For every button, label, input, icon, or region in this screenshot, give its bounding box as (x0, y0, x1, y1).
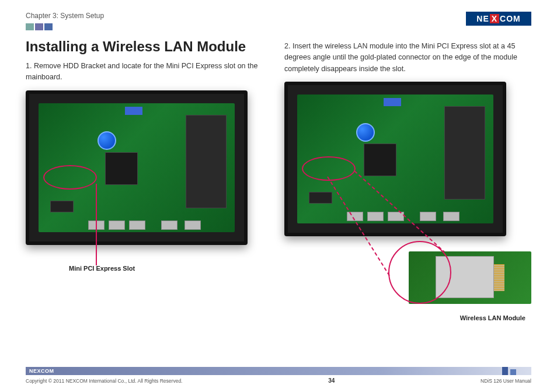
figure-right (284, 82, 531, 236)
cmos-battery (356, 123, 375, 142)
small-chip (50, 201, 74, 212)
port (420, 212, 436, 221)
port (443, 212, 459, 221)
pcb (39, 103, 235, 232)
callout-circle-module (388, 241, 451, 304)
page-footer: NEXCOM Copyright © 2011 NEXCOM Internati… (26, 367, 531, 384)
mainboard-photo-right (284, 82, 506, 236)
copyright-text: Copyright © 2011 NEXCOM International Co… (26, 378, 182, 384)
port (129, 220, 145, 230)
footer-logo: NEXCOM (29, 368, 54, 374)
cpu-chip (105, 152, 138, 185)
callout-circle-slot (43, 165, 97, 190)
nexcom-logo: NEXCOM (466, 12, 531, 26)
wlan-module-figure (284, 241, 531, 311)
step-2-number: 2. (284, 42, 293, 50)
logo-text-post: COM (500, 14, 521, 23)
port (161, 220, 177, 230)
caption-right: Wireless LAN Module (284, 314, 525, 321)
callout-line (96, 184, 97, 265)
logo-text-pre: NE (476, 14, 489, 23)
figure-left (26, 90, 273, 245)
page-title: Installing a Wireless LAN Module (26, 38, 273, 55)
caption-left: Mini PCI Express Slot (69, 265, 273, 272)
chapter-label: Chapter 3: System Setup (26, 12, 104, 20)
step-1-text: Remove HDD Bracket and locate for the Mi… (26, 62, 257, 81)
gold-contacts (494, 264, 504, 291)
sata-port (125, 107, 142, 115)
memory-area (186, 115, 227, 208)
footer-mark (510, 369, 516, 375)
step-2-text: Insert the wireless LAN module into the … (284, 42, 517, 73)
sata-port (384, 98, 401, 106)
memory-area (444, 106, 485, 200)
small-chip (309, 192, 332, 204)
step-2: 2. Insert the wireless LAN module into t… (284, 41, 531, 75)
logo-text-mid: X (490, 14, 499, 23)
mainboard-photo-left (26, 90, 248, 245)
port (367, 212, 384, 221)
doc-name: NDiS 126 User Manual (481, 378, 531, 384)
port (184, 220, 201, 230)
cmos-battery (98, 131, 116, 150)
decorative-color-bar (26, 23, 104, 30)
pcb (297, 94, 493, 223)
footer-bar: NEXCOM (26, 367, 531, 375)
step-1-number: 1. (26, 62, 34, 70)
step-1: 1. Remove HDD Bracket and locate for the… (26, 61, 273, 83)
port (109, 220, 125, 230)
footer-mark (502, 367, 508, 375)
page-number: 34 (328, 377, 335, 384)
cpu-chip (364, 144, 396, 176)
